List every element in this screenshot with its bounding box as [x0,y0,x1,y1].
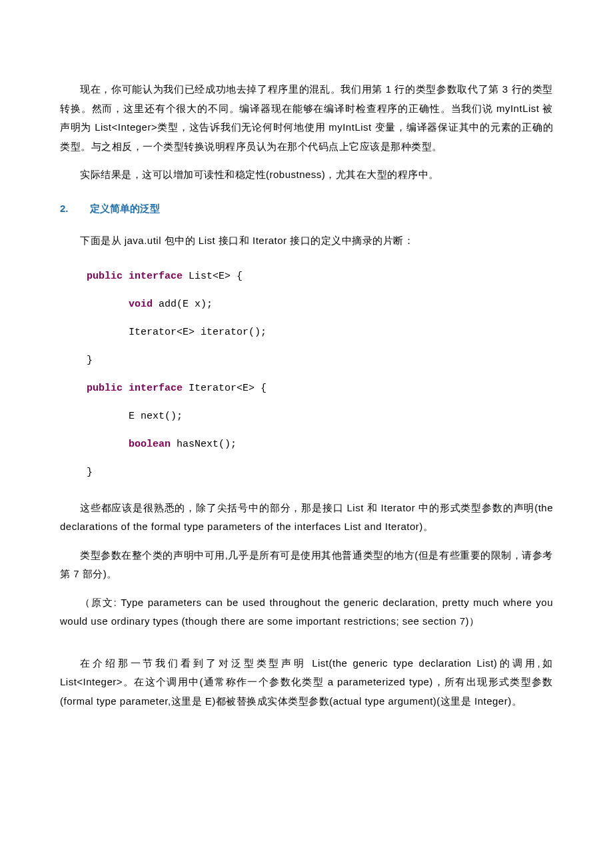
keyword-void: void [129,299,153,310]
keyword-boolean: boolean [129,439,171,450]
keyword-public-2: public [87,383,123,394]
code-list-decl: List<E> { [183,271,243,282]
code-iterator-method: Iterator<E> iterator(); [129,327,267,338]
section-heading: 2.定义简单的泛型 [60,199,553,219]
paragraph-3: 下面是从 java.util 包中的 List 接口和 Iterator 接口的… [60,231,553,251]
paragraph-1: 现在，你可能认为我们已经成功地去掉了程序里的混乱。我们用第 1 行的类型参数取代… [60,80,553,156]
heading-title: 定义简单的泛型 [90,203,160,214]
keyword-public: public [87,271,123,282]
code-close-brace-1: } [87,355,93,366]
paragraph-4: 这些都应该是很熟悉的，除了尖括号中的部分，那是接口 List 和 Iterato… [60,499,553,537]
code-next-method: E next(); [129,411,183,422]
paragraph-5: 类型参数在整个类的声明中可用,几乎是所有可是使用其他普通类型的地方(但是有些重要… [60,546,553,584]
paragraph-7: 在介绍那一节我们看到了对泛型类型声明 List(the generic type… [60,654,553,711]
keyword-interface: interface [129,271,183,282]
keyword-interface-2: interface [129,383,183,394]
code-hasnext-method: hasNext(); [171,439,237,450]
paragraph-2: 实际结果是，这可以增加可读性和稳定性(robustness)，尤其在大型的程序中… [60,165,553,185]
heading-number: 2. [60,203,69,214]
code-block-list: public interface List<E> { void add(E x)… [87,263,553,487]
paragraph-6: （原文: Type parameters can be used through… [60,593,553,631]
code-iterator-decl: Iterator<E> { [183,383,267,394]
spacer [60,641,553,654]
code-add-method: add(E x); [153,299,213,310]
code-close-brace-2: } [87,467,93,478]
